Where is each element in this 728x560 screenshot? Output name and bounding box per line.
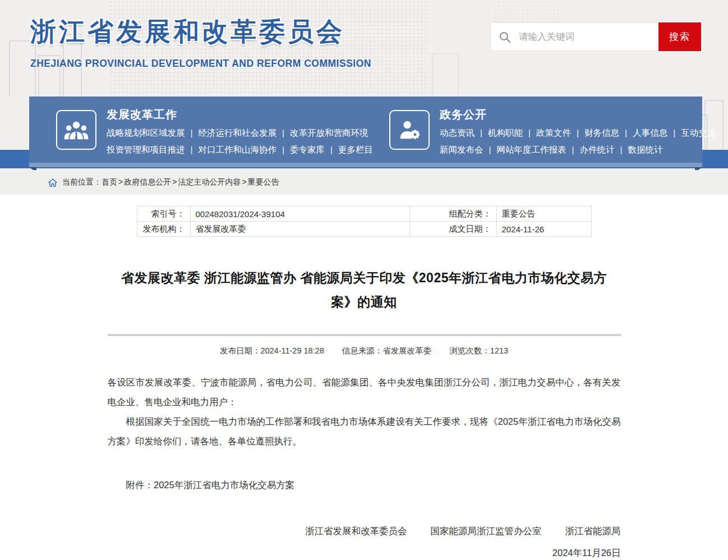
breadcrumb-item-gov-info[interactable]: 政府信息公开 <box>124 177 178 186</box>
breadcrumb-item-statutory-disclosure[interactable]: 法定主动公开内容 <box>178 177 247 186</box>
article-title: 省发展改革委 浙江能源监管办 省能源局关于印发《2025年浙江省电力市场化交易方… <box>112 266 616 314</box>
title-divider <box>108 334 621 336</box>
search-button[interactable]: 搜索 <box>658 22 701 51</box>
nav-link[interactable]: 战略规划和区域发展 <box>107 128 199 137</box>
nav-links-row: 新闻发布会网站年度工作报表办件统计数据统计 <box>440 144 716 156</box>
nav-link[interactable]: 改革开放和营商环境 <box>290 128 368 137</box>
index-number-label: 索引号： <box>137 206 190 222</box>
nav-section-gov-disclosure: 政务公开 动态资讯机构职能政策文件财务信息人事信息互动交流 新闻发布会网站年度工… <box>366 97 702 163</box>
search-icon <box>491 23 519 51</box>
signature-date: 2024年11月26日 <box>108 547 621 559</box>
home-icon[interactable] <box>48 178 57 187</box>
nav-link[interactable]: 办件统计 <box>580 145 628 154</box>
signature-org: 国家能源局浙江监管办公室 <box>431 526 542 536</box>
nav-link[interactable]: 网站年度工作报表 <box>497 145 580 154</box>
nav-link[interactable]: 新闻发布会 <box>440 145 497 154</box>
nav-links-row: 动态资讯机构职能政策文件财务信息人事信息互动交流 <box>440 127 716 139</box>
people-group-icon <box>56 110 96 150</box>
nav-link[interactable]: 财务信息 <box>584 128 633 137</box>
nav-section-title: 发展改革工作 <box>107 107 373 122</box>
article-body: 各设区市发展改革委、宁波市能源局，省电力公司、省能源集团、各中央发电集团浙江分公… <box>108 373 621 451</box>
site-search: 搜索 <box>490 22 701 51</box>
issuing-agency-label: 发布机构： <box>137 222 190 237</box>
category-label: 组配分类： <box>409 206 496 222</box>
nav-section-title: 政务公开 <box>440 107 716 122</box>
nav-band-zone: 发展改革工作 战略规划和区域发展经济运行和社会发展改革开放和营商环境 投资管理和… <box>0 97 728 170</box>
site-logo: 浙江省发展和改革委员会 ZHEJIANG PROVINCIAL DEVELOPM… <box>30 15 371 70</box>
breadcrumb-path: 首页政府信息公开法定主动公开内容重要公告 <box>102 177 279 187</box>
issue-date-label: 成文日期： <box>409 222 496 237</box>
site-title: 浙江省发展和改革委员会 <box>30 15 371 49</box>
nav-section-development-reform: 发展改革工作 战略规划和区域发展经济运行和社会发展改革开放和营商环境 投资管理和… <box>29 97 366 163</box>
nav-links-row: 战略规划和区域发展经济运行和社会发展改革开放和营商环境 <box>107 127 373 139</box>
attachment-line: 附件：2025年浙江省电力市场化交易方案 <box>108 479 621 492</box>
category-value: 重要公告 <box>496 206 591 222</box>
signature-org: 浙江省能源局 <box>565 526 621 536</box>
nav-section-text: 发展改革工作 战略规划和区域发展经济运行和社会发展改革开放和营商环境 投资管理和… <box>107 107 373 163</box>
nav-link[interactable]: 数据统计 <box>628 145 663 154</box>
nav-link[interactable]: 委专家库 <box>290 145 338 154</box>
body-paragraph: 根据国家关于全国统一电力市场的工作部署和我省电力市场体系建设有关工作要求，现将《… <box>108 412 621 451</box>
search-input[interactable] <box>519 23 658 51</box>
info-source: 信息来源：省发展改革委 <box>342 346 432 355</box>
publish-date: 发布日期：2024-11-29 18:28 <box>220 346 324 355</box>
signature-org: 浙江省发展和改革委员会 <box>305 526 407 536</box>
signature-block: 浙江省发展和改革委员会国家能源局浙江监管办公室浙江省能源局 2024年11月26… <box>108 525 621 559</box>
nav-link[interactable]: 互动交流 <box>681 128 716 137</box>
signature-organizations: 浙江省发展和改革委员会国家能源局浙江监管办公室浙江省能源局 <box>108 525 621 538</box>
site-subtitle-english: ZHEJIANG PROVINCIAL DEVELOPMENT AND REFO… <box>30 58 371 70</box>
breadcrumb-label: 当前位置： <box>62 177 102 187</box>
nav-link[interactable]: 机构职能 <box>488 128 536 137</box>
ribbon-fold-left <box>29 167 36 170</box>
nav-link[interactable]: 经济运行和社会发展 <box>199 128 291 137</box>
issuing-agency-value: 省发展改革委 <box>190 222 409 237</box>
article-meta: 发布日期：2024-11-29 18:28 信息来源：省发展改革委 浏览次数：1… <box>108 346 621 356</box>
issue-date-value: 2024-11-26 <box>496 222 591 237</box>
nav-link[interactable]: 人事信息 <box>633 128 681 137</box>
nav-link[interactable]: 政策文件 <box>536 128 584 137</box>
view-count: 浏览次数：1213 <box>449 346 508 355</box>
nav-links-row: 投资管理和项目推进对口工作和山海协作委专家库更多栏目 <box>107 144 373 156</box>
person-gear-icon <box>389 110 430 150</box>
breadcrumb-item-home[interactable]: 首页 <box>102 177 124 186</box>
building-silhouette-decoration <box>432 53 459 97</box>
index-number-value: 002482031/2024-39104 <box>190 206 409 222</box>
table-row: 发布机构： 省发展改革委 成文日期： 2024-11-26 <box>137 222 591 237</box>
document-info-table: 索引号： 002482031/2024-39104 组配分类： 重要公告 发布机… <box>137 206 592 237</box>
nav-link[interactable]: 投资管理和项目推进 <box>107 145 199 154</box>
table-row: 索引号： 002482031/2024-39104 组配分类： 重要公告 <box>137 206 591 222</box>
body-paragraph: 各设区市发展改革委、宁波市能源局，省电力公司、省能源集团、各中央发电集团浙江分公… <box>108 373 621 412</box>
site-header: 浙江省发展和改革委员会 ZHEJIANG PROVINCIAL DEVELOPM… <box>0 0 728 97</box>
ribbon-fold-right <box>695 167 702 170</box>
breadcrumb: 当前位置： 首页政府信息公开法定主动公开内容重要公告 <box>0 170 728 195</box>
main-nav-band: 发展改革工作 战略规划和区域发展经济运行和社会发展改革开放和营商环境 投资管理和… <box>29 97 702 163</box>
band-bottom-shadow <box>29 163 702 167</box>
article-content: 索引号： 002482031/2024-39104 组配分类： 重要公告 发布机… <box>108 206 621 559</box>
nav-section-text: 政务公开 动态资讯机构职能政策文件财务信息人事信息互动交流 新闻发布会网站年度工… <box>440 107 716 163</box>
nav-link[interactable]: 动态资讯 <box>440 128 488 137</box>
page: 浙江省发展和改革委员会 ZHEJIANG PROVINCIAL DEVELOPM… <box>0 0 728 560</box>
nav-link[interactable]: 对口工作和山海协作 <box>199 145 291 154</box>
breadcrumb-item-important-notices[interactable]: 重要公告 <box>248 177 279 186</box>
